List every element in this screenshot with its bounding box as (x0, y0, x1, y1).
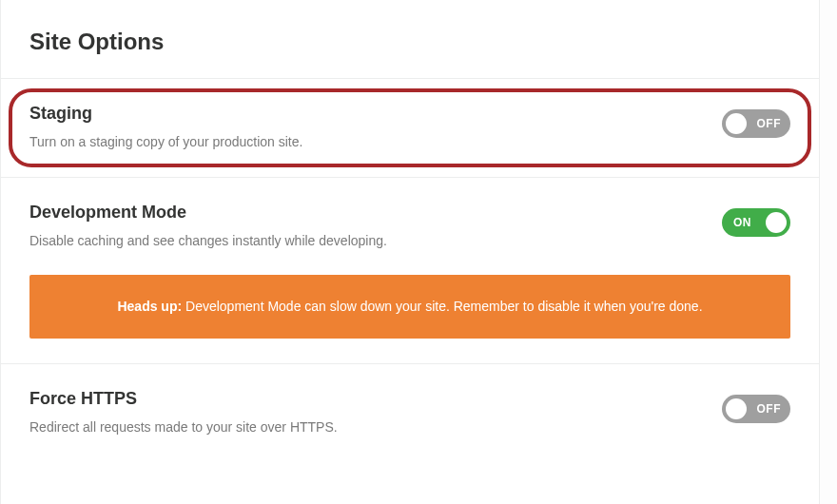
notice-bold: Heads up: (117, 299, 182, 314)
section-row: Development Mode Disable caching and see… (29, 203, 790, 251)
notice-text: Development Mode can slow down your site… (182, 299, 702, 314)
section-text: Force HTTPS Redirect all requests made t… (29, 389, 703, 437)
section-row: Staging Turn on a staging copy of your p… (29, 104, 790, 152)
section-row: Force HTTPS Redirect all requests made t… (29, 389, 790, 437)
section-development-mode: Development Mode Disable caching and see… (1, 178, 819, 364)
section-staging: Staging Turn on a staging copy of your p… (1, 79, 819, 178)
section-force-https: Force HTTPS Redirect all requests made t… (1, 364, 819, 462)
section-text: Development Mode Disable caching and see… (29, 203, 703, 251)
devmode-desc: Disable caching and see changes instantl… (29, 232, 703, 251)
devmode-notice: Heads up: Development Mode can slow down… (29, 275, 790, 338)
toggle-label: ON (733, 216, 751, 229)
staging-desc: Turn on a staging copy of your productio… (29, 133, 703, 152)
toggle-knob-icon (726, 113, 747, 134)
force-https-toggle[interactable]: OFF (722, 395, 790, 423)
site-options-panel: Site Options Staging Turn on a staging c… (0, 0, 820, 504)
toggle-knob-icon (726, 398, 747, 419)
toggle-knob-icon (766, 212, 787, 233)
https-desc: Redirect all requests made to your site … (29, 418, 703, 437)
panel-header: Site Options (1, 0, 819, 79)
https-title: Force HTTPS (29, 389, 703, 409)
staging-title: Staging (29, 104, 703, 124)
devmode-title: Development Mode (29, 203, 703, 223)
toggle-label: OFF (757, 402, 782, 416)
page-title: Site Options (29, 29, 790, 55)
toggle-label: OFF (757, 117, 782, 130)
development-mode-toggle[interactable]: ON (722, 208, 790, 237)
section-text: Staging Turn on a staging copy of your p… (29, 104, 703, 152)
staging-toggle[interactable]: OFF (722, 109, 790, 138)
